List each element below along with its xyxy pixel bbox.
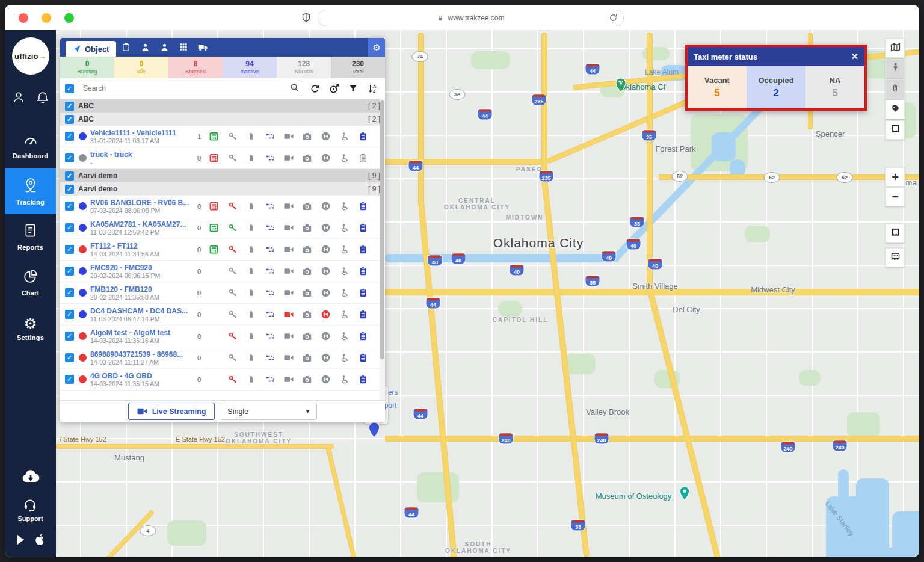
- live-streaming-button[interactable]: Live Streaming: [128, 403, 215, 420]
- map[interactable]: Lake AlumOklahoma CiSpencerForest ParkPA…: [56, 30, 919, 557]
- vehicle-name[interactable]: FMC920 - FMC920: [90, 264, 194, 272]
- sidebar-item-settings[interactable]: ⚙Settings: [5, 306, 56, 351]
- vehicle-checkbox[interactable]: ✓: [65, 223, 74, 232]
- key-icon[interactable]: [223, 332, 242, 341]
- route-icon[interactable]: [260, 245, 279, 254]
- clipboard-icon[interactable]: [354, 353, 372, 362]
- seat-icon[interactable]: [335, 223, 354, 232]
- route-icon[interactable]: [260, 267, 279, 276]
- playback-icon[interactable]: [316, 288, 335, 297]
- clipboard-icon[interactable]: [354, 267, 372, 276]
- playback-icon[interactable]: [316, 245, 335, 254]
- vehicle-name[interactable]: truck - truck: [90, 150, 194, 159]
- search-box[interactable]: [78, 81, 303, 96]
- refresh-icon[interactable]: [307, 81, 322, 96]
- battery-icon[interactable]: [242, 223, 260, 232]
- sort-az-icon[interactable]: AZ: [365, 81, 380, 96]
- vehicle-name[interactable]: 869689043721539 - 86968...: [90, 350, 194, 359]
- search-icon[interactable]: [290, 83, 299, 94]
- close-window-button[interactable]: [19, 13, 28, 23]
- playback-icon[interactable]: [316, 375, 335, 384]
- shield-icon[interactable]: [301, 13, 311, 25]
- vehicle-name[interactable]: FT112 - FT112: [90, 242, 194, 250]
- route-icon[interactable]: [260, 132, 279, 141]
- counter-total[interactable]: 230Total: [331, 57, 385, 78]
- taxi-cell-na[interactable]: NA5: [805, 66, 864, 108]
- group-checkbox[interactable]: ✓: [65, 102, 74, 111]
- vehicle-checkbox[interactable]: ✓: [65, 288, 74, 297]
- photo-camera-icon[interactable]: [298, 332, 316, 341]
- sidebar-item-reports[interactable]: Reports: [5, 214, 56, 260]
- battery-icon[interactable]: [242, 202, 260, 211]
- vehicle-row[interactable]: ✓ 869689043721539 - 86968... 14-03-2024 …: [60, 347, 385, 369]
- vehicle-checkbox[interactable]: ✓: [65, 375, 74, 384]
- vehicle-row[interactable]: ✓ FMB120 - FMB120 20-02-2024 11:35:58 AM…: [60, 282, 385, 304]
- streaming-mode-select[interactable]: Single ▼: [221, 403, 317, 420]
- key-icon[interactable]: [223, 154, 242, 162]
- vehicle-name[interactable]: DC4 DASHCAM - DC4 DAS...: [90, 307, 194, 315]
- vehicle-checkbox[interactable]: ✓: [65, 332, 74, 341]
- tab-driver-tab[interactable]: [137, 40, 153, 56]
- video-camera-icon[interactable]: [279, 224, 298, 232]
- playback-icon[interactable]: [316, 332, 335, 341]
- group-row[interactable]: ✓ ABC[ 2 ]: [60, 99, 385, 113]
- vehicle-row[interactable]: ✓ DC4 DASHCAM - DC4 DAS... 11-03-2024 06…: [60, 304, 385, 326]
- group-checkbox[interactable]: ✓: [65, 185, 74, 194]
- paw-poi-pin[interactable]: [615, 78, 627, 95]
- video-camera-icon[interactable]: [279, 310, 298, 318]
- tab-grid-tab[interactable]: [176, 40, 191, 56]
- counter-nodata[interactable]: 128NoData: [277, 57, 331, 78]
- counter-stopped[interactable]: 8Stopped: [168, 57, 223, 78]
- vehicle-name[interactable]: KA05AM2781 - KA05AM27...: [90, 220, 194, 229]
- photo-camera-icon[interactable]: [298, 154, 316, 162]
- key-icon[interactable]: [223, 132, 242, 141]
- vehicle-checkbox[interactable]: ✓: [65, 267, 74, 276]
- playback-icon[interactable]: [316, 223, 335, 232]
- sidebar-item-support[interactable]: Support: [17, 497, 43, 522]
- photo-camera-icon[interactable]: [298, 354, 316, 362]
- clipboard-icon[interactable]: [354, 288, 372, 297]
- seat-icon[interactable]: [335, 288, 354, 297]
- route-icon[interactable]: [260, 202, 279, 211]
- photo-camera-icon[interactable]: [298, 224, 316, 232]
- subgroup-row[interactable]: ✓ ABC[ 2 ]: [60, 113, 385, 126]
- sidebar-item-tracking[interactable]: Tracking: [5, 168, 56, 214]
- tab-passenger-tab[interactable]: [156, 40, 172, 56]
- poi-label-button[interactable]: [886, 100, 905, 119]
- route-icon[interactable]: [260, 310, 279, 319]
- seat-icon[interactable]: [335, 132, 354, 141]
- seat-icon[interactable]: [335, 245, 354, 254]
- seat-icon[interactable]: [335, 310, 354, 319]
- maximize-window-button[interactable]: [64, 13, 74, 23]
- battery-icon[interactable]: [242, 375, 260, 384]
- video-camera-icon[interactable]: [279, 267, 298, 275]
- group-checkbox[interactable]: ✓: [65, 115, 74, 124]
- battery-icon[interactable]: [242, 310, 260, 319]
- sidebar-item-chart[interactable]: Chart: [5, 260, 56, 306]
- vehicle-name[interactable]: RV06 BANGLORE - RV06 B...: [90, 199, 194, 207]
- subgroup-row[interactable]: ✓ Aarvi demo[ 9 ]: [60, 182, 385, 196]
- video-camera-icon[interactable]: [279, 375, 298, 383]
- museum-poi-pin[interactable]: [679, 486, 691, 503]
- key-icon[interactable]: [223, 245, 242, 254]
- search-input[interactable]: [82, 84, 290, 93]
- apple-icon[interactable]: [34, 533, 46, 549]
- battery-icon[interactable]: [242, 245, 260, 254]
- photo-camera-icon[interactable]: [298, 267, 316, 276]
- minimize-window-button[interactable]: [42, 13, 51, 23]
- seat-icon[interactable]: [335, 375, 354, 384]
- playback-icon[interactable]: [316, 267, 335, 276]
- seat-icon[interactable]: [335, 202, 354, 211]
- video-camera-icon[interactable]: [279, 245, 298, 253]
- battery-icon[interactable]: [242, 132, 260, 141]
- seat-icon[interactable]: [335, 267, 354, 276]
- vehicle-row[interactable]: ✓ Vehicle1111 - Vehicle1111 31-01-2024 1…: [60, 126, 385, 147]
- key-icon[interactable]: [223, 202, 242, 211]
- vehicle-checkbox[interactable]: ✓: [65, 310, 74, 319]
- vehicle-checkbox[interactable]: ✓: [65, 153, 74, 162]
- select-all-checkbox[interactable]: ✓: [65, 84, 74, 93]
- playback-icon[interactable]: [316, 310, 335, 319]
- playback-icon[interactable]: [316, 353, 335, 362]
- clipboard-icon[interactable]: [354, 332, 372, 341]
- google-play-icon[interactable]: [16, 534, 26, 548]
